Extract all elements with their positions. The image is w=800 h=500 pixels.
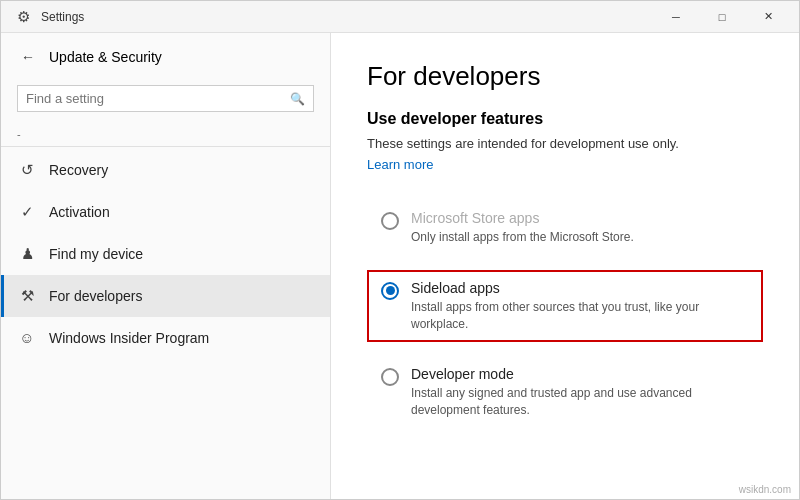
main-content: ← Update & Security 🔍 - ↺ Recovery ✓ Act… bbox=[1, 33, 799, 499]
find-device-icon: ♟ bbox=[17, 245, 37, 263]
radio-microsoft-store[interactable] bbox=[381, 212, 399, 230]
title-bar-controls: ─ □ ✕ bbox=[653, 1, 791, 33]
sidebar-item-label: Activation bbox=[49, 204, 110, 220]
maximize-button[interactable]: □ bbox=[699, 1, 745, 33]
section-heading: Use developer features bbox=[367, 110, 763, 128]
option-developer-mode-title: Developer mode bbox=[411, 366, 749, 382]
sidebar-item-developers[interactable]: ⚒ For developers bbox=[1, 275, 330, 317]
back-button[interactable]: ← bbox=[17, 45, 39, 69]
radio-sideload-inner bbox=[386, 286, 395, 295]
sidebar-section-label: - bbox=[1, 124, 330, 147]
sidebar-item-recovery[interactable]: ↺ Recovery bbox=[1, 149, 330, 191]
learn-more-link[interactable]: Learn more bbox=[367, 157, 433, 172]
content-area: For developers Use developer features Th… bbox=[331, 33, 799, 499]
option-microsoft-store[interactable]: Microsoft Store apps Only install apps f… bbox=[367, 200, 763, 256]
sidebar-item-insider[interactable]: ☺ Windows Insider Program bbox=[1, 317, 330, 358]
page-title: For developers bbox=[367, 61, 763, 92]
radio-developer-mode[interactable] bbox=[381, 368, 399, 386]
search-box[interactable]: 🔍 bbox=[17, 85, 314, 112]
option-developer-mode-content: Developer mode Install any signed and tr… bbox=[411, 366, 749, 419]
settings-window: ⚙ Settings ─ □ ✕ ← Update & Security 🔍 -… bbox=[0, 0, 800, 500]
option-microsoft-store-content: Microsoft Store apps Only install apps f… bbox=[411, 210, 634, 246]
section-description: These settings are intended for developm… bbox=[367, 136, 763, 151]
search-input[interactable] bbox=[26, 91, 284, 106]
sidebar-item-label: Windows Insider Program bbox=[49, 330, 209, 346]
option-developer-mode[interactable]: Developer mode Install any signed and tr… bbox=[367, 356, 763, 429]
option-microsoft-store-desc: Only install apps from the Microsoft Sto… bbox=[411, 229, 634, 246]
sidebar-item-activation[interactable]: ✓ Activation bbox=[1, 191, 330, 233]
sidebar-item-find-device[interactable]: ♟ Find my device bbox=[1, 233, 330, 275]
insider-icon: ☺ bbox=[17, 329, 37, 346]
sidebar: ← Update & Security 🔍 - ↺ Recovery ✓ Act… bbox=[1, 33, 331, 499]
title-bar-left: ⚙ Settings bbox=[13, 8, 84, 26]
close-button[interactable]: ✕ bbox=[745, 1, 791, 33]
sidebar-item-label: Find my device bbox=[49, 246, 143, 262]
search-icon: 🔍 bbox=[290, 92, 305, 106]
option-microsoft-store-title: Microsoft Store apps bbox=[411, 210, 634, 226]
developers-icon: ⚒ bbox=[17, 287, 37, 305]
option-sideload-desc: Install apps from other sources that you… bbox=[411, 299, 749, 333]
sidebar-header: ← Update & Security bbox=[1, 33, 330, 81]
option-developer-mode-desc: Install any signed and trusted app and u… bbox=[411, 385, 749, 419]
recovery-icon: ↺ bbox=[17, 161, 37, 179]
option-sideload-title: Sideload apps bbox=[411, 280, 749, 296]
option-sideload[interactable]: Sideload apps Install apps from other so… bbox=[367, 270, 763, 343]
option-sideload-content: Sideload apps Install apps from other so… bbox=[411, 280, 749, 333]
sidebar-item-label: For developers bbox=[49, 288, 142, 304]
activation-icon: ✓ bbox=[17, 203, 37, 221]
radio-sideload[interactable] bbox=[381, 282, 399, 300]
sidebar-item-label: Recovery bbox=[49, 162, 108, 178]
title-bar-title: Settings bbox=[41, 10, 84, 24]
watermark: wsikdn.com bbox=[739, 484, 791, 495]
settings-icon: ⚙ bbox=[13, 8, 33, 26]
sidebar-section-title: Update & Security bbox=[49, 49, 162, 65]
title-bar: ⚙ Settings ─ □ ✕ bbox=[1, 1, 799, 33]
minimize-button[interactable]: ─ bbox=[653, 1, 699, 33]
